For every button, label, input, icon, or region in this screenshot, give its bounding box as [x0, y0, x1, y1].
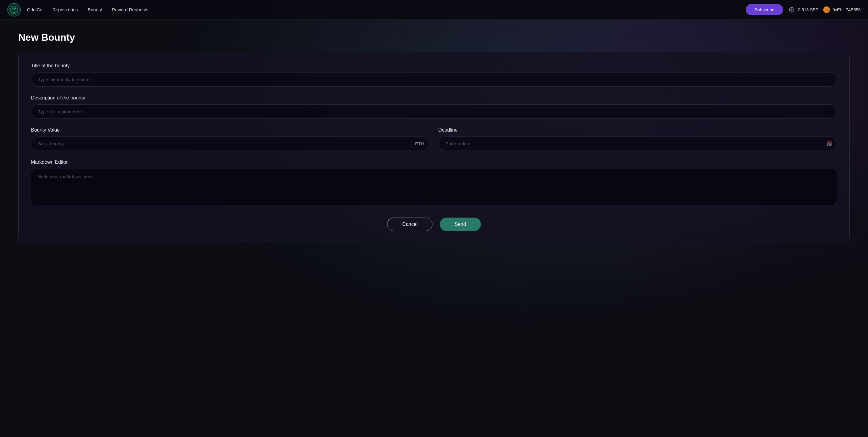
balance-text: 0.513 SEP [798, 7, 818, 12]
send-button[interactable]: Send [440, 217, 480, 231]
navbar-right: Subscribe 0.513 SEP 0xEb...74B558 [746, 4, 861, 15]
form-actions: Cancel Send [31, 217, 837, 231]
nav-link-odulgit[interactable]: OdulGit [27, 7, 42, 12]
page-title: New Bounty [19, 32, 849, 43]
bounty-value-input[interactable] [31, 136, 430, 151]
bounty-value-wrapper: ETH [31, 136, 430, 151]
app-logo[interactable] [7, 3, 21, 16]
cancel-button[interactable]: Cancel [387, 217, 432, 231]
title-label: Title of the bounty [31, 63, 837, 69]
main-content: New Bounty Title of the bounty Descripti… [0, 20, 868, 255]
network-icon [788, 6, 796, 13]
deadline-input[interactable] [438, 136, 837, 151]
svg-point-10 [15, 8, 16, 9]
wallet-avatar [823, 6, 830, 13]
sep-balance: 0.513 SEP [788, 6, 818, 13]
deadline-label: Deadline [438, 127, 837, 133]
svg-point-7 [12, 7, 13, 8]
svg-point-8 [15, 7, 16, 8]
nav-link-repositories[interactable]: Repositories [52, 7, 78, 12]
markdown-label: Markdown Editor [31, 160, 837, 165]
bounty-form-card: Title of the bounty Description of the b… [19, 52, 849, 242]
svg-point-9 [12, 8, 13, 9]
title-section: Title of the bounty [31, 63, 837, 87]
value-deadline-row: Bounty Value ETH Deadline 📅 [31, 127, 837, 151]
wallet-info[interactable]: 0xEb...74B558 [823, 6, 861, 13]
bounty-value-label: Bounty Value [31, 127, 430, 133]
nav-links: OdulGit Repositories Bounty Reward Reque… [27, 7, 746, 12]
wallet-address-text: 0xEb...74B558 [833, 7, 861, 12]
date-input-wrapper: 📅 [438, 136, 837, 151]
deadline-section: Deadline 📅 [438, 127, 837, 151]
subscribe-button[interactable]: Subscribe [746, 4, 783, 15]
markdown-input[interactable] [31, 169, 837, 205]
svg-point-6 [13, 7, 15, 8]
nav-link-bounty[interactable]: Bounty [88, 7, 102, 12]
description-label: Description of the bounty [31, 95, 837, 101]
title-input[interactable] [31, 72, 837, 87]
description-input[interactable] [31, 104, 837, 119]
markdown-section: Markdown Editor [31, 160, 837, 207]
navbar: OdulGit Repositories Bounty Reward Reque… [0, 0, 868, 20]
nav-link-reward-requests[interactable]: Reward Requests [112, 7, 148, 12]
bounty-value-section: Bounty Value ETH [31, 127, 430, 151]
description-section: Description of the bounty [31, 95, 837, 119]
